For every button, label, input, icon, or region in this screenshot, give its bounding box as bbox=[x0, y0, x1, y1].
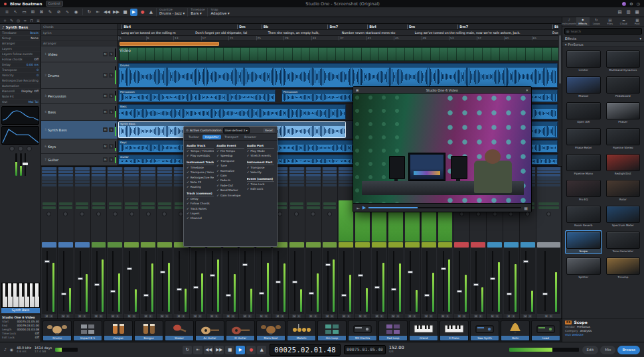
link-icon[interactable]: ∞ bbox=[23, 17, 27, 23]
mute-button[interactable]: M bbox=[103, 52, 108, 56]
mixer-channel-strip[interactable]: MS bbox=[305, 167, 322, 319]
send-slot[interactable] bbox=[59, 202, 72, 205]
insert-slot[interactable] bbox=[141, 167, 155, 170]
insert-slot[interactable] bbox=[157, 167, 172, 170]
plugin-item[interactable]: Splitter bbox=[565, 256, 602, 280]
dialog-checkbox-item[interactable]: ✓File Tempo bbox=[216, 149, 244, 153]
insert-slot[interactable] bbox=[108, 184, 122, 186]
fader-section[interactable] bbox=[58, 248, 73, 314]
plugin-item[interactable]: Mixtool bbox=[565, 75, 602, 99]
dialog-checkbox-item[interactable]: ✓Fade-Out bbox=[216, 184, 244, 188]
mute-button[interactable]: M bbox=[111, 315, 115, 318]
send-slot[interactable] bbox=[59, 206, 72, 209]
solo-button[interactable]: S bbox=[462, 315, 466, 318]
insert-slots[interactable] bbox=[141, 167, 155, 200]
mute-button[interactable]: M bbox=[94, 315, 98, 318]
vendor-folder[interactable]: ▾ PreSonus bbox=[562, 41, 644, 47]
dialog-checkbox-item[interactable]: ✓Bend Marker bbox=[216, 188, 244, 192]
solo-button[interactable]: S bbox=[214, 315, 218, 318]
channel-label[interactable] bbox=[339, 242, 353, 248]
instrument-tile[interactable]: El Guitar bbox=[226, 321, 255, 341]
insert-slot[interactable] bbox=[157, 180, 172, 183]
fader-cap[interactable] bbox=[309, 292, 314, 295]
chord-track[interactable]: Bb4DmBbDm7Bb4DmDm7Bb4 bbox=[118, 24, 562, 30]
insert-slot[interactable] bbox=[306, 171, 321, 173]
insert-slot[interactable] bbox=[306, 180, 321, 183]
instrument-tile[interactable]: Mallets bbox=[287, 321, 316, 341]
fader-section[interactable] bbox=[42, 248, 56, 314]
channel-label[interactable] bbox=[289, 242, 304, 248]
send-section[interactable] bbox=[58, 200, 73, 242]
channel-label[interactable] bbox=[471, 242, 485, 248]
insert-slot[interactable] bbox=[141, 177, 155, 180]
send-slot[interactable] bbox=[125, 202, 138, 205]
track-header[interactable]: 1VideoMS bbox=[41, 46, 118, 62]
fader-section[interactable] bbox=[207, 248, 222, 314]
mute-button[interactable]: M bbox=[226, 315, 230, 318]
browser-tab-effects[interactable]: ✦Effects bbox=[576, 17, 590, 26]
channel-label[interactable] bbox=[42, 242, 56, 248]
insert-slots[interactable] bbox=[157, 167, 172, 200]
solo-button[interactable]: S bbox=[116, 315, 120, 318]
solo-button[interactable]: S bbox=[149, 315, 153, 318]
fader-cap[interactable] bbox=[341, 294, 347, 297]
solo-button[interactable]: S bbox=[99, 315, 103, 318]
send-section[interactable] bbox=[289, 200, 304, 242]
track-header[interactable]: 3PercussionMS bbox=[41, 89, 118, 104]
knob-icon[interactable] bbox=[18, 146, 23, 151]
solo-button[interactable]: S bbox=[380, 315, 384, 318]
mute-button[interactable]: M bbox=[103, 127, 108, 132]
send-slot[interactable] bbox=[76, 206, 89, 209]
inspector-row[interactable]: Delay0.00 ms bbox=[0, 62, 40, 68]
channel-label[interactable] bbox=[141, 242, 155, 248]
mute-button[interactable]: M bbox=[103, 94, 108, 98]
fader-section[interactable] bbox=[75, 248, 90, 314]
instrument-tile[interactable]: Congas bbox=[104, 321, 133, 341]
lyric-text[interactable]: Long we've tossed on the rolling m bbox=[121, 31, 176, 35]
mute-button[interactable]: M bbox=[391, 315, 395, 318]
insert-slot[interactable] bbox=[124, 171, 139, 173]
dialog-checkbox-item[interactable]: ✓Retrospective Recording bbox=[187, 176, 214, 180]
fader-section[interactable] bbox=[471, 248, 485, 314]
mute-button[interactable]: M bbox=[292, 315, 296, 318]
send-section[interactable] bbox=[157, 200, 172, 242]
fader-cap[interactable] bbox=[94, 283, 100, 286]
send-slot[interactable] bbox=[323, 206, 337, 209]
channel-label[interactable] bbox=[157, 242, 172, 248]
instrument-tile[interactable]: Pad Loop bbox=[378, 321, 408, 341]
plugin-item[interactable]: RedlightDist bbox=[605, 153, 642, 177]
fader-cap[interactable] bbox=[457, 290, 462, 293]
insert-slot[interactable] bbox=[339, 174, 353, 177]
inspector-row[interactable]: Follow chordsOff bbox=[0, 57, 40, 62]
channel-label[interactable] bbox=[58, 242, 73, 248]
instrument-tile[interactable]: Bongos bbox=[134, 321, 163, 341]
fader-cap[interactable] bbox=[210, 274, 215, 277]
video-clip[interactable]: Video bbox=[119, 47, 561, 61]
fader-cap[interactable] bbox=[44, 260, 50, 263]
dialog-checkbox-item[interactable]: ✓Follow Chords bbox=[187, 202, 214, 206]
solo-button[interactable]: S bbox=[528, 315, 532, 318]
solo-button[interactable]: S bbox=[429, 315, 433, 318]
bend-tool-icon[interactable]: ∿ bbox=[64, 9, 71, 16]
insert-slot[interactable] bbox=[42, 184, 56, 186]
master-channel-strip[interactable]: MS bbox=[536, 167, 562, 319]
channel-label[interactable] bbox=[422, 242, 436, 248]
record-button[interactable]: ● bbox=[246, 346, 256, 354]
insert-slot[interactable] bbox=[58, 184, 73, 186]
instrument-tile[interactable]: E Piano bbox=[440, 321, 469, 341]
send-slot[interactable] bbox=[290, 206, 303, 209]
channel-label[interactable] bbox=[405, 242, 420, 248]
browser-tab-pool[interactable]: ▦Pool bbox=[631, 17, 644, 26]
solo-button[interactable]: S bbox=[132, 315, 136, 318]
insert-slot[interactable] bbox=[108, 167, 122, 170]
pan-knob[interactable] bbox=[113, 212, 118, 216]
dialog-checkbox-item[interactable]: ✓Transpose bbox=[216, 159, 244, 163]
insert-slot[interactable] bbox=[42, 167, 56, 170]
channel-label[interactable] bbox=[124, 242, 139, 248]
grid-view-icon[interactable]: ▦ bbox=[633, 9, 641, 16]
insert-slots[interactable] bbox=[92, 167, 106, 200]
arranger-section[interactable] bbox=[120, 42, 219, 46]
fader-section[interactable] bbox=[339, 248, 353, 314]
split-tool-icon[interactable]: ⊞ bbox=[29, 9, 37, 16]
instrument-tile[interactable]: Bells bbox=[501, 321, 530, 341]
